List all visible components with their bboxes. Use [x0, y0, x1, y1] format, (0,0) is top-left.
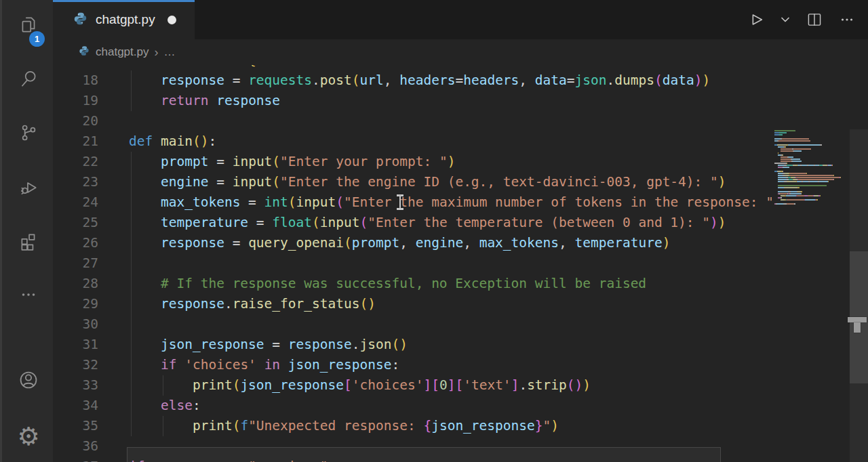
indent-guide	[131, 213, 132, 233]
line-number: 18	[53, 70, 98, 91]
split-editor-button[interactable]	[804, 9, 825, 30]
code-line[interactable]: 34 else:	[53, 396, 868, 416]
indent-guide	[131, 91, 132, 111]
line-number: 29	[53, 294, 98, 314]
code-line[interactable]: 37if __name__ == "__main__":	[53, 457, 868, 462]
tab-chatgpt-py[interactable]: chatgpt.py	[53, 0, 195, 39]
code-line[interactable]: 19 return response	[53, 91, 868, 111]
code-line[interactable]: 22 prompt = input("Enter your prompt: ")	[53, 152, 868, 172]
code-line[interactable]: 33 print(json_response['choices'][0]['te…	[53, 375, 868, 396]
tab-bar: chatgpt.py	[53, 0, 868, 39]
minimap[interactable]	[772, 129, 850, 462]
code-line[interactable]: 30	[53, 314, 868, 335]
line-number: 33	[53, 375, 98, 396]
code-area[interactable]: 17 {18 response = requests.post(url, hea…	[53, 65, 868, 462]
code-line[interactable]: 23 engine = input("Enter the engine ID (…	[53, 172, 868, 192]
sidebar-item-accounts[interactable]	[2, 362, 55, 400]
indent-guide	[131, 274, 132, 294]
active-tab-indicator	[53, 0, 195, 2]
indent-guide	[131, 416, 132, 436]
indent-guide	[131, 396, 132, 416]
ellipsis-icon	[18, 285, 39, 308]
line-number: 23	[53, 172, 98, 192]
indent-guide	[131, 152, 132, 172]
sidebar-item-search[interactable]	[2, 61, 55, 99]
sidebar-item-manage[interactable]: ⚙	[2, 417, 55, 455]
breadcrumb-item-file[interactable]: chatgpt.py	[79, 45, 149, 60]
indent-guide	[131, 253, 132, 274]
vscode-window: 1	[0, 0, 868, 462]
code-line[interactable]: 32 if 'choices' in json_response:	[53, 355, 868, 375]
editor-actions	[746, 0, 857, 39]
line-number: 34	[53, 396, 98, 416]
tab-label: chatgpt.py	[96, 12, 155, 27]
line-number: 31	[53, 335, 98, 355]
breadcrumb: chatgpt.py › …	[53, 39, 868, 65]
breadcrumb-item-symbol[interactable]: …	[163, 45, 175, 59]
line-number: 35	[53, 416, 98, 436]
line-number: 37	[53, 457, 98, 462]
line-number: 27	[53, 253, 98, 274]
debug-icon	[18, 177, 39, 200]
search-icon	[18, 68, 39, 91]
code-line[interactable]: 20	[53, 111, 868, 131]
code-line[interactable]: 35 print(f"Unexpected response: {json_re…	[53, 416, 868, 436]
indent-guide	[131, 233, 132, 253]
sidebar-item-source-control[interactable]	[2, 115, 55, 153]
code-line[interactable]: 29 response.raise_for_status()	[53, 294, 868, 314]
indent-guide	[131, 314, 132, 335]
python-file-icon	[79, 45, 90, 60]
indent-guide	[163, 416, 163, 436]
breadcrumb-separator: ›	[154, 45, 158, 60]
code-line[interactable]: 18 response = requests.post(url, headers…	[53, 70, 868, 91]
git-branch-icon	[18, 123, 39, 146]
account-icon	[18, 369, 39, 394]
indent-guide	[163, 375, 163, 396]
indent-guide	[131, 355, 132, 375]
sidebar-item-explorer[interactable]: 1	[2, 7, 55, 45]
more-actions-button[interactable]	[837, 9, 857, 30]
mouse-cursor-shape	[848, 317, 867, 333]
line-number: 30	[53, 314, 98, 335]
indent-guide	[131, 375, 132, 396]
line-number: 25	[53, 213, 98, 233]
indent-guide	[131, 335, 132, 355]
line-number: 28	[53, 274, 98, 294]
gear-icon: ⚙	[17, 424, 39, 449]
editor-group: chatgpt.py	[53, 0, 868, 462]
sidebar-item-run-debug[interactable]	[2, 169, 55, 207]
minimap-content	[774, 129, 841, 205]
code-line[interactable]: 26 response = query_openai(prompt, engin…	[53, 233, 868, 253]
indent-guide	[131, 294, 132, 314]
code-line[interactable]: 25 temperature = float(input("Enter the …	[53, 213, 868, 233]
text-cursor-pointer	[396, 194, 404, 210]
line-number: 22	[53, 152, 98, 172]
breadcrumb-file-label: chatgpt.py	[96, 45, 149, 59]
code-line[interactable]: 31 json_response = response.json()	[53, 335, 868, 355]
line-number: 24	[53, 192, 98, 213]
code-line[interactable]: 21def main():	[53, 131, 868, 152]
line-number: 32	[53, 355, 98, 375]
run-button[interactable]	[746, 9, 766, 30]
code-line[interactable]: 36	[53, 436, 868, 457]
indent-guide	[131, 192, 132, 213]
vertical-scrollbar[interactable]	[850, 129, 868, 462]
indent-guide	[131, 172, 132, 192]
code-line[interactable]: 27	[53, 253, 868, 274]
line-number: 36	[53, 436, 98, 457]
explorer-badge: 1	[29, 31, 45, 47]
code-line[interactable]: 24 max_tokens = int(input("Enter the max…	[53, 192, 868, 213]
line-number: 19	[53, 91, 98, 111]
run-dropdown-chevron-icon[interactable]	[778, 9, 792, 30]
sidebar-item-more-views[interactable]	[2, 277, 55, 315]
line-number: 20	[53, 111, 98, 131]
code-line[interactable]: 17 {	[53, 65, 868, 70]
indent-guide	[131, 70, 132, 91]
modified-indicator-dot[interactable]	[167, 16, 176, 24]
code-lines: 17 {18 response = requests.post(url, hea…	[53, 65, 868, 462]
code-line[interactable]: 28 # If the response was successful, no …	[53, 274, 868, 294]
extensions-icon	[18, 231, 39, 254]
activity-bar: 1	[0, 0, 53, 462]
sidebar-item-extensions[interactable]	[2, 224, 55, 261]
line-number: 17	[53, 65, 98, 70]
